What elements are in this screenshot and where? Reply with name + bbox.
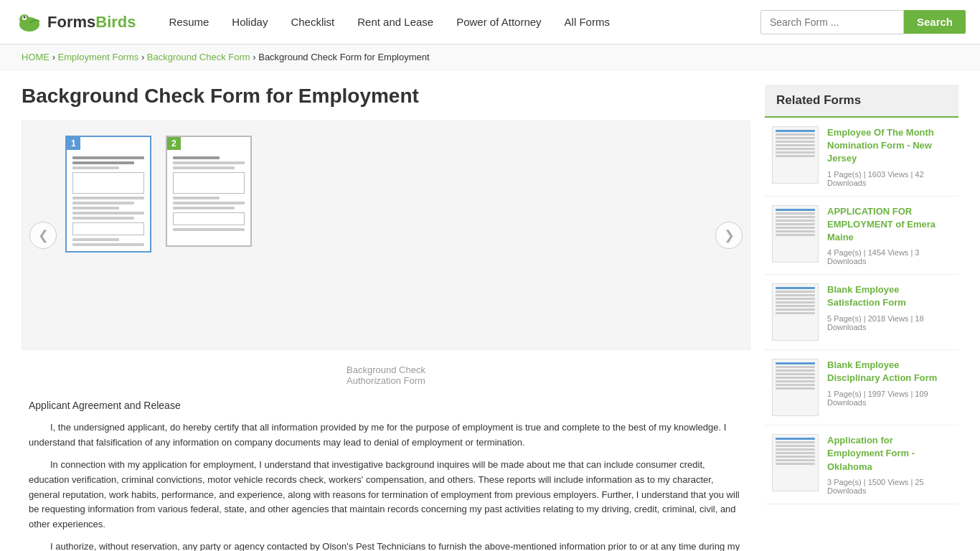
related-thumb-4: [772, 434, 819, 491]
related-form-name-0: Employee Of The Month Nomination Form - …: [827, 126, 951, 166]
sidebar: Related Forms Employee Of The Month Nomi…: [765, 85, 958, 551]
related-form-meta-2: 5 Page(s) | 2018 Views | 18 Downloads: [827, 314, 951, 331]
form-paragraph-1: I, the undersigned applicant, do hereby …: [29, 420, 743, 451]
form-paragraph-2: In connection with my application for em…: [29, 458, 743, 532]
svg-point-3: [24, 16, 26, 18]
nav-all-forms[interactable]: All Forms: [553, 16, 621, 28]
related-form-name-3: Blank Employee Disciplinary Action Form: [827, 359, 951, 385]
form-viewer: ❮ 1: [22, 121, 750, 350]
page-1-badge: 1: [67, 137, 80, 150]
nav-power-attorney[interactable]: Power of Attorney: [445, 16, 552, 28]
next-button[interactable]: ❯: [715, 222, 743, 249]
related-thumb-3: [772, 359, 819, 416]
logo-area[interactable]: FormsBirds: [14, 7, 136, 37]
search-input[interactable]: [760, 10, 904, 34]
nav-resume[interactable]: Resume: [158, 16, 221, 28]
search-area: Search: [760, 10, 966, 34]
related-form-name-1: APPLICATION FOR EMPLOYMENT of Emera Main…: [827, 205, 951, 245]
header: FormsBirds Resume Holiday Checklist Rent…: [0, 0, 980, 44]
page-2-badge: 2: [167, 137, 181, 150]
breadcrumb-home[interactable]: HOME: [22, 52, 50, 62]
related-thumb-1: [772, 205, 819, 263]
form-paragraph-3: I authorize, without reservation, any pa…: [29, 540, 743, 551]
form-section-title: Applicant Agreement and Release: [29, 397, 743, 413]
related-thumb-2: [772, 283, 819, 341]
page-2-thumbnail[interactable]: 2: [166, 136, 252, 247]
breadcrumb-background-check-form[interactable]: Background Check Form: [147, 52, 250, 62]
related-form-name-2: Blank Employee Satisfaction Form: [827, 283, 951, 309]
related-form-item-2[interactable]: Blank Employee Satisfaction Form5 Page(s…: [765, 275, 958, 350]
main-nav: Resume Holiday Checklist Rent and Lease …: [158, 16, 760, 28]
related-form-item-1[interactable]: APPLICATION FOR EMPLOYMENT of Emera Main…: [765, 197, 958, 276]
logo-bird-icon: [14, 7, 44, 37]
form-subtitle: Background Check Authorization Form: [29, 364, 743, 386]
prev-button[interactable]: ❮: [29, 222, 57, 249]
related-form-meta-4: 3 Page(s) | 1500 Views | 25 Downloads: [827, 478, 951, 495]
related-form-item-0[interactable]: Employee Of The Month Nomination Form - …: [765, 118, 958, 197]
related-form-meta-3: 1 Page(s) | 1997 Views | 109 Downloads: [827, 390, 951, 407]
main-container: Background Check Form for Employment ❮ 1: [0, 70, 980, 551]
breadcrumb: HOME › Employment Forms › Background Che…: [0, 44, 980, 70]
search-button[interactable]: Search: [904, 10, 966, 34]
form-text-content: Applicant Agreement and Release I, the u…: [29, 397, 743, 551]
related-form-meta-1: 4 Page(s) | 1454 Views | 3 Downloads: [827, 248, 951, 265]
thumb-content-2: [167, 151, 250, 245]
page-title: Background Check Form for Employment: [22, 85, 750, 108]
logo-text: FormsBirds: [47, 13, 136, 32]
nav-holiday[interactable]: Holiday: [220, 16, 279, 28]
related-form-meta-0: 1 Page(s) | 1603 Views | 42 Downloads: [827, 170, 951, 187]
page-1-thumbnail[interactable]: 1: [65, 136, 151, 253]
related-forms-title: Related Forms: [765, 85, 958, 118]
nav-checklist[interactable]: Checklist: [279, 16, 346, 28]
related-form-item-3[interactable]: Blank Employee Disciplinary Action Form1…: [765, 350, 958, 425]
nav-rent-lease[interactable]: Rent and Lease: [346, 16, 445, 28]
related-form-name-4: Application for Employment Form - Oklaho…: [827, 434, 951, 474]
breadcrumb-current: Background Check Form for Employment: [258, 52, 429, 62]
content-area: Background Check Form for Employment ❮ 1: [22, 85, 750, 551]
related-forms-list: Employee Of The Month Nomination Form - …: [765, 118, 958, 504]
breadcrumb-employment-forms[interactable]: Employment Forms: [58, 52, 139, 62]
thumb-content-1: [67, 151, 150, 251]
form-info-area: Background Check Authorization Form Appl…: [22, 350, 750, 551]
related-thumb-0: [772, 126, 819, 184]
related-form-item-4[interactable]: Application for Employment Form - Oklaho…: [765, 425, 958, 504]
